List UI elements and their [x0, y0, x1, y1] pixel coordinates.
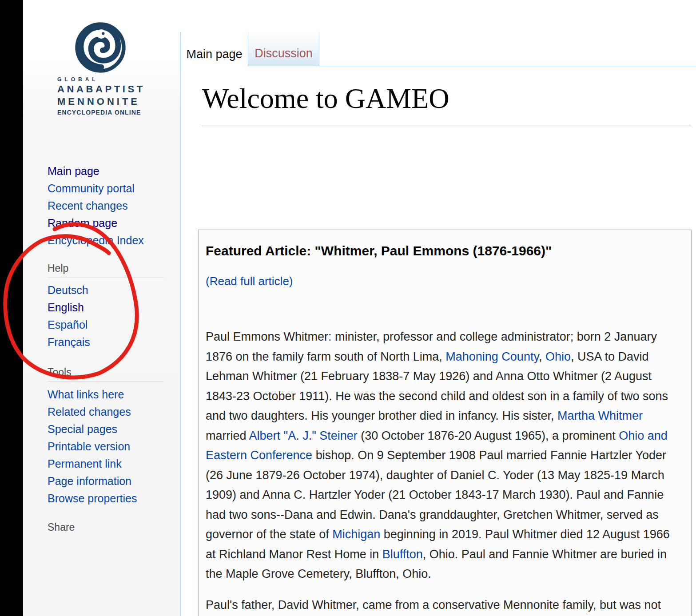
article-text: Paul's father, David Whitmer, came from … — [206, 598, 661, 612]
article-text: (30 October 1876-20 August 1965), a prom… — [358, 429, 619, 442]
article-paragraph: Paul Emmons Whitmer: minister, professor… — [206, 327, 678, 584]
article-link[interactable]: Martha Whitmer — [557, 409, 643, 422]
dove-eye — [102, 32, 104, 35]
tools-link[interactable]: Printable version — [48, 438, 172, 455]
page-title: Welcome to GAMEO — [202, 83, 695, 115]
left-black-strip — [0, 0, 23, 616]
logo-wordmark-line: MENNONITE — [57, 95, 153, 108]
article-link[interactable]: Ohio — [545, 350, 571, 363]
tab-discussion-label: Discussion — [255, 47, 313, 66]
article-text: , — [539, 350, 545, 363]
sidebar-languages: DeutschEnglishEspañolFrançais — [48, 282, 172, 351]
tab-main-page[interactable]: Main page — [181, 32, 248, 67]
sidebar-divider — [48, 381, 164, 382]
sidebar-link[interactable]: Random page — [48, 215, 172, 232]
tools-link[interactable]: What links here — [48, 386, 172, 403]
tab-main-page-label: Main page — [186, 48, 242, 67]
tools-link[interactable]: Browse properties — [48, 490, 172, 507]
sidebar-link[interactable]: Recent changes — [48, 197, 172, 215]
article-text: married — [206, 429, 249, 442]
page: GLOBALANABAPTISTMENNONITEENCYCLOPEDIA ON… — [0, 0, 696, 616]
sidebar-heading-tools: Tools — [48, 366, 72, 378]
featured-article-body: Paul Emmons Whitmer: minister, professor… — [206, 327, 678, 616]
article-text: bishop. On 9 September 1908 Paul married… — [206, 449, 666, 541]
featured-article-box: Featured Article: "Whitmer, Paul Emmons … — [198, 230, 692, 616]
article-paragraph: Paul's father, David Whitmer, came from … — [206, 595, 678, 615]
article-link[interactable]: Mahoning County — [445, 350, 539, 363]
content-left-border — [180, 32, 181, 616]
tools-link[interactable]: Permanent link — [48, 455, 172, 473]
read-full-article-link[interactable]: (Read full article) — [206, 274, 293, 288]
gameo-logo[interactable] — [72, 20, 128, 76]
logo-wordmark: GLOBALANABAPTISTMENNONITEENCYCLOPEDIA ON… — [57, 76, 153, 117]
article-link[interactable]: Bluffton — [382, 548, 423, 561]
sidebar-navigation: Main pageCommunity portalRecent changesR… — [48, 163, 172, 249]
article-link[interactable]: Michigan — [332, 528, 380, 541]
sidebar-heading-help: Help — [48, 262, 68, 274]
tools-link[interactable]: Special pages — [48, 421, 172, 438]
tab-discussion[interactable]: Discussion — [248, 32, 319, 66]
logo-wordmark-line: ANABAPTIST — [57, 83, 153, 95]
sidebar-link[interactable]: Encyclopedia Index — [48, 232, 172, 249]
sidebar-link[interactable]: Main page — [48, 163, 172, 180]
sidebar-tools: What links hereRelated changesSpecial pa… — [48, 386, 172, 507]
sidebar-link[interactable]: Community portal — [48, 180, 172, 197]
logo-wordmark-line: ENCYCLOPEDIA ONLINE — [57, 108, 153, 117]
language-link[interactable]: Deutsch — [48, 282, 172, 299]
dove-head — [97, 29, 106, 39]
sidebar-divider — [48, 278, 164, 278]
featured-article-heading: Featured Article: "Whitmer, Paul Emmons … — [206, 243, 681, 258]
language-link[interactable]: English — [48, 299, 172, 316]
language-link[interactable]: Español — [48, 316, 172, 334]
logo-wordmark-line: GLOBAL — [57, 76, 153, 83]
language-link[interactable]: Français — [48, 334, 172, 351]
sidebar-heading-share: Share — [48, 521, 75, 533]
tools-link[interactable]: Page information — [48, 473, 172, 490]
tools-link[interactable]: Related changes — [48, 403, 172, 421]
title-underline — [202, 126, 692, 126]
article-link[interactable]: Albert "A. J." Steiner — [249, 429, 358, 442]
